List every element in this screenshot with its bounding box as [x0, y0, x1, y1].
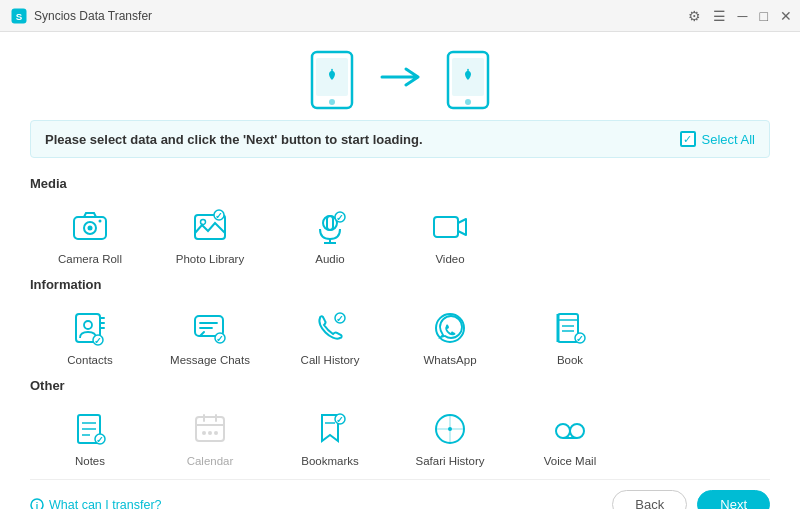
bookmarks-label: Bookmarks — [301, 455, 359, 467]
voice-mail-icon — [548, 407, 592, 451]
video-label: Video — [435, 253, 464, 265]
destination-phone — [444, 50, 492, 110]
svg-point-4 — [329, 99, 335, 105]
maximize-icon[interactable]: □ — [760, 8, 768, 24]
section-label-information: Information — [30, 277, 770, 292]
svg-text:i: i — [36, 501, 39, 510]
svg-point-65 — [448, 427, 452, 431]
svg-point-56 — [202, 431, 206, 435]
transfer-arrow — [380, 60, 420, 97]
select-all-button[interactable]: Select All — [680, 131, 755, 147]
footer-buttons: Back Next — [612, 490, 770, 509]
svg-point-7 — [465, 99, 471, 105]
item-message-chats[interactable]: ✓ Message Chats — [150, 298, 270, 372]
audio-icon: ✓ — [308, 205, 352, 249]
svg-text:✓: ✓ — [336, 415, 344, 425]
select-all-text: Select All — [702, 132, 755, 147]
select-all-checkbox[interactable] — [680, 131, 696, 147]
section-grid-media: Camera Roll ✓ Photo Library ✓ Audio Vide… — [30, 197, 770, 271]
svg-point-67 — [570, 424, 584, 438]
main-content: Please select data and click the 'Next' … — [0, 32, 800, 509]
section-media: Media Camera Roll ✓ Photo Library ✓ Audi… — [30, 176, 770, 271]
item-contacts[interactable]: ✓ Contacts — [30, 298, 150, 372]
svg-point-66 — [556, 424, 570, 438]
whatsapp-icon — [428, 306, 472, 350]
section-label-other: Other — [30, 378, 770, 393]
svg-rect-23 — [434, 217, 458, 237]
item-call-history[interactable]: ✓ Call History — [270, 298, 390, 372]
book-label: Book — [557, 354, 583, 366]
instruction-text: Please select data and click the 'Next' … — [45, 132, 423, 147]
title-bar: S Syncios Data Transfer ⚙ ☰ ─ □ ✕ — [0, 0, 800, 32]
svg-point-57 — [208, 431, 212, 435]
section-label-media: Media — [30, 176, 770, 191]
photo-library-label: Photo Library — [176, 253, 244, 265]
photo-library-icon: ✓ — [188, 205, 232, 249]
svg-text:✓: ✓ — [216, 334, 224, 344]
notes-label: Notes — [75, 455, 105, 467]
back-button[interactable]: Back — [612, 490, 687, 509]
section-other: Other ✓ Notes Calendar ✓ Bookmarks — [30, 378, 770, 473]
what-can-transfer-link[interactable]: i What can I transfer? — [30, 498, 162, 510]
title-bar-controls: ⚙ ☰ ─ □ ✕ — [688, 8, 792, 24]
next-button[interactable]: Next — [697, 490, 770, 509]
item-photo-library[interactable]: ✓ Photo Library — [150, 197, 270, 271]
notes-icon: ✓ — [68, 407, 112, 451]
title-bar-left: S Syncios Data Transfer — [10, 7, 152, 25]
calendar-label: Calendar — [187, 455, 234, 467]
camera-roll-label: Camera Roll — [58, 253, 122, 265]
svg-point-58 — [214, 431, 218, 435]
app-logo: S — [10, 7, 28, 25]
item-calendar: Calendar — [150, 399, 270, 473]
svg-rect-52 — [196, 417, 224, 441]
item-voice-mail[interactable]: Voice Mail — [510, 399, 630, 473]
section-information: Information ✓ Contacts ✓ Message Chats ✓… — [30, 277, 770, 372]
svg-text:✓: ✓ — [96, 435, 104, 445]
message-chats-label: Message Chats — [170, 354, 250, 366]
svg-point-12 — [89, 227, 91, 229]
close-icon[interactable]: ✕ — [780, 8, 792, 24]
contacts-icon: ✓ — [68, 306, 112, 350]
book-icon: ✓ — [548, 306, 592, 350]
minimize-icon[interactable]: ─ — [738, 8, 748, 24]
svg-point-25 — [84, 321, 92, 329]
instruction-bar: Please select data and click the 'Next' … — [30, 120, 770, 158]
call-history-icon: ✓ — [308, 306, 352, 350]
what-can-transfer-text: What can I transfer? — [49, 498, 162, 510]
menu-icon[interactable]: ☰ — [713, 8, 726, 24]
item-bookmarks[interactable]: ✓ Bookmarks — [270, 399, 390, 473]
svg-point-14 — [201, 220, 206, 225]
svg-point-11 — [99, 220, 102, 223]
video-icon — [428, 205, 472, 249]
message-chats-icon: ✓ — [188, 306, 232, 350]
item-camera-roll[interactable]: Camera Roll — [30, 197, 150, 271]
contacts-label: Contacts — [67, 354, 112, 366]
transfer-header — [30, 32, 770, 120]
svg-text:✓: ✓ — [215, 211, 223, 221]
svg-text:✓: ✓ — [336, 213, 344, 223]
item-notes[interactable]: ✓ Notes — [30, 399, 150, 473]
section-grid-other: ✓ Notes Calendar ✓ Bookmarks Safari Hist… — [30, 399, 770, 473]
section-grid-information: ✓ Contacts ✓ Message Chats ✓ Call Histor… — [30, 298, 770, 372]
footer: i What can I transfer? Back Next — [30, 479, 770, 509]
svg-text:✓: ✓ — [94, 336, 102, 346]
sections-container: Media Camera Roll ✓ Photo Library ✓ Audi… — [30, 172, 770, 479]
item-video[interactable]: Video — [390, 197, 510, 271]
source-phone — [308, 50, 356, 110]
item-audio[interactable]: ✓ Audio — [270, 197, 390, 271]
safari-history-label: Safari History — [415, 455, 484, 467]
item-book[interactable]: ✓ Book — [510, 298, 630, 372]
item-whatsapp[interactable]: WhatsApp — [390, 298, 510, 372]
svg-text:✓: ✓ — [576, 334, 584, 344]
settings-icon[interactable]: ⚙ — [688, 8, 701, 24]
bookmarks-icon: ✓ — [308, 407, 352, 451]
info-icon: i — [30, 498, 44, 510]
call-history-label: Call History — [301, 354, 360, 366]
camera-roll-icon — [68, 205, 112, 249]
whatsapp-label: WhatsApp — [423, 354, 476, 366]
audio-label: Audio — [315, 253, 344, 265]
app-title: Syncios Data Transfer — [34, 9, 152, 23]
item-safari-history[interactable]: Safari History — [390, 399, 510, 473]
voice-mail-label: Voice Mail — [544, 455, 596, 467]
calendar-icon — [188, 407, 232, 451]
